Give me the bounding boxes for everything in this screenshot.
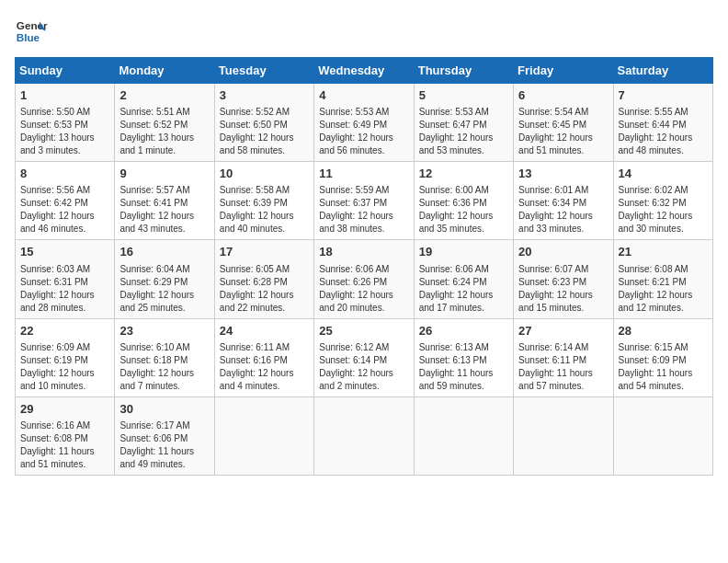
dow-header: Saturday xyxy=(613,58,712,84)
calendar-cell: 25Sunrise: 6:12 AMSunset: 6:14 PMDayligh… xyxy=(314,318,414,396)
dow-header: Monday xyxy=(115,58,214,84)
day-number: 6 xyxy=(518,87,608,104)
calendar-cell: 5Sunrise: 5:53 AMSunset: 6:47 PMDaylight… xyxy=(414,84,513,162)
page-header: General Blue xyxy=(15,15,713,48)
calendar-cell xyxy=(214,396,313,475)
day-number: 18 xyxy=(319,244,408,260)
calendar-cell: 18Sunrise: 6:06 AMSunset: 6:26 PMDayligh… xyxy=(314,240,414,318)
day-info: Sunrise: 6:16 AMSunset: 6:08 PMDaylight:… xyxy=(20,419,109,471)
calendar-cell: 15Sunrise: 6:03 AMSunset: 6:31 PMDayligh… xyxy=(16,240,115,318)
day-number: 17 xyxy=(220,244,309,260)
calendar-cell: 26Sunrise: 6:13 AMSunset: 6:13 PMDayligh… xyxy=(414,318,513,396)
day-number: 2 xyxy=(119,87,209,104)
day-info: Sunrise: 6:13 AMSunset: 6:13 PMDaylight:… xyxy=(419,341,508,393)
day-info: Sunrise: 6:15 AMSunset: 6:09 PMDaylight:… xyxy=(619,341,708,393)
dow-header: Wednesday xyxy=(314,58,414,84)
calendar-cell: 13Sunrise: 6:01 AMSunset: 6:34 PMDayligh… xyxy=(514,162,613,240)
calendar-cell: 30Sunrise: 6:17 AMSunset: 6:06 PMDayligh… xyxy=(115,396,214,475)
day-info: Sunrise: 6:06 AMSunset: 6:24 PMDaylight:… xyxy=(419,263,508,315)
day-number: 3 xyxy=(220,87,309,104)
dow-header: Tuesday xyxy=(214,58,313,84)
day-number: 24 xyxy=(220,323,309,339)
day-number: 16 xyxy=(119,244,209,260)
calendar-cell: 23Sunrise: 6:10 AMSunset: 6:18 PMDayligh… xyxy=(115,318,214,396)
calendar-cell: 2Sunrise: 5:51 AMSunset: 6:52 PMDaylight… xyxy=(115,84,214,162)
calendar-cell xyxy=(414,396,513,475)
day-info: Sunrise: 6:06 AMSunset: 6:26 PMDaylight:… xyxy=(319,263,408,315)
calendar-cell xyxy=(314,396,414,475)
calendar-week-row: 22Sunrise: 6:09 AMSunset: 6:19 PMDayligh… xyxy=(16,318,713,396)
svg-text:Blue: Blue xyxy=(17,31,40,43)
calendar-cell: 11Sunrise: 5:59 AMSunset: 6:37 PMDayligh… xyxy=(314,162,414,240)
day-info: Sunrise: 5:53 AMSunset: 6:49 PMDaylight:… xyxy=(319,106,408,157)
calendar-cell: 27Sunrise: 6:14 AMSunset: 6:11 PMDayligh… xyxy=(514,318,613,396)
day-number: 28 xyxy=(619,323,708,339)
day-number: 25 xyxy=(319,323,408,339)
day-info: Sunrise: 6:08 AMSunset: 6:21 PMDaylight:… xyxy=(619,263,708,315)
calendar-cell: 10Sunrise: 5:58 AMSunset: 6:39 PMDayligh… xyxy=(214,162,313,240)
day-info: Sunrise: 5:54 AMSunset: 6:45 PMDaylight:… xyxy=(518,106,608,157)
day-number: 8 xyxy=(20,166,109,182)
day-number: 4 xyxy=(319,87,408,104)
day-info: Sunrise: 5:51 AMSunset: 6:52 PMDaylight:… xyxy=(119,106,209,157)
day-info: Sunrise: 5:58 AMSunset: 6:39 PMDaylight:… xyxy=(220,184,309,236)
day-info: Sunrise: 6:10 AMSunset: 6:18 PMDaylight:… xyxy=(119,341,209,393)
calendar-cell: 7Sunrise: 5:55 AMSunset: 6:44 PMDaylight… xyxy=(613,84,712,162)
calendar-cell: 22Sunrise: 6:09 AMSunset: 6:19 PMDayligh… xyxy=(16,318,115,396)
day-info: Sunrise: 6:07 AMSunset: 6:23 PMDaylight:… xyxy=(518,263,608,315)
calendar-cell: 4Sunrise: 5:53 AMSunset: 6:49 PMDaylight… xyxy=(314,84,414,162)
calendar-cell xyxy=(613,396,712,475)
day-info: Sunrise: 6:14 AMSunset: 6:11 PMDaylight:… xyxy=(518,341,608,393)
calendar-cell: 14Sunrise: 6:02 AMSunset: 6:32 PMDayligh… xyxy=(613,162,712,240)
calendar-cell: 16Sunrise: 6:04 AMSunset: 6:29 PMDayligh… xyxy=(115,240,214,318)
day-info: Sunrise: 5:50 AMSunset: 6:53 PMDaylight:… xyxy=(20,106,109,157)
calendar-cell: 12Sunrise: 6:00 AMSunset: 6:36 PMDayligh… xyxy=(414,162,513,240)
calendar-cell: 19Sunrise: 6:06 AMSunset: 6:24 PMDayligh… xyxy=(414,240,513,318)
calendar-body: 1Sunrise: 5:50 AMSunset: 6:53 PMDaylight… xyxy=(16,84,713,476)
day-info: Sunrise: 6:03 AMSunset: 6:31 PMDaylight:… xyxy=(20,263,109,315)
day-number: 15 xyxy=(20,244,109,260)
day-number: 30 xyxy=(119,401,209,418)
calendar-cell: 24Sunrise: 6:11 AMSunset: 6:16 PMDayligh… xyxy=(214,318,313,396)
days-of-week-row: SundayMondayTuesdayWednesdayThursdayFrid… xyxy=(16,58,713,84)
day-info: Sunrise: 5:53 AMSunset: 6:47 PMDaylight:… xyxy=(419,106,508,157)
day-info: Sunrise: 5:55 AMSunset: 6:44 PMDaylight:… xyxy=(619,106,708,157)
day-number: 27 xyxy=(518,323,608,339)
day-number: 11 xyxy=(319,166,408,182)
day-info: Sunrise: 5:52 AMSunset: 6:50 PMDaylight:… xyxy=(220,106,309,157)
day-number: 12 xyxy=(419,166,508,182)
day-number: 29 xyxy=(20,401,109,418)
day-info: Sunrise: 5:56 AMSunset: 6:42 PMDaylight:… xyxy=(20,184,109,236)
day-number: 19 xyxy=(419,244,508,260)
logo: General Blue xyxy=(15,15,48,48)
day-info: Sunrise: 6:11 AMSunset: 6:16 PMDaylight:… xyxy=(220,341,309,393)
dow-header: Sunday xyxy=(16,58,115,84)
day-info: Sunrise: 6:05 AMSunset: 6:28 PMDaylight:… xyxy=(220,263,309,315)
calendar-table: SundayMondayTuesdayWednesdayThursdayFrid… xyxy=(15,57,713,476)
calendar-cell: 9Sunrise: 5:57 AMSunset: 6:41 PMDaylight… xyxy=(115,162,214,240)
calendar-cell: 6Sunrise: 5:54 AMSunset: 6:45 PMDaylight… xyxy=(514,84,613,162)
day-info: Sunrise: 6:00 AMSunset: 6:36 PMDaylight:… xyxy=(419,184,508,236)
calendar-week-row: 29Sunrise: 6:16 AMSunset: 6:08 PMDayligh… xyxy=(16,396,713,475)
day-number: 5 xyxy=(419,87,508,104)
day-info: Sunrise: 5:59 AMSunset: 6:37 PMDaylight:… xyxy=(319,184,408,236)
day-info: Sunrise: 6:09 AMSunset: 6:19 PMDaylight:… xyxy=(20,341,109,393)
calendar-cell: 3Sunrise: 5:52 AMSunset: 6:50 PMDaylight… xyxy=(214,84,313,162)
calendar-cell: 29Sunrise: 6:16 AMSunset: 6:08 PMDayligh… xyxy=(16,396,115,475)
calendar-cell: 1Sunrise: 5:50 AMSunset: 6:53 PMDaylight… xyxy=(16,84,115,162)
day-number: 23 xyxy=(119,323,209,339)
day-number: 14 xyxy=(619,166,708,182)
calendar-cell: 28Sunrise: 6:15 AMSunset: 6:09 PMDayligh… xyxy=(613,318,712,396)
day-number: 26 xyxy=(419,323,508,339)
calendar-cell: 8Sunrise: 5:56 AMSunset: 6:42 PMDaylight… xyxy=(16,162,115,240)
calendar-week-row: 8Sunrise: 5:56 AMSunset: 6:42 PMDaylight… xyxy=(16,162,713,240)
day-number: 10 xyxy=(220,166,309,182)
calendar-cell: 21Sunrise: 6:08 AMSunset: 6:21 PMDayligh… xyxy=(613,240,712,318)
calendar-week-row: 1Sunrise: 5:50 AMSunset: 6:53 PMDaylight… xyxy=(16,84,713,162)
dow-header: Thursday xyxy=(414,58,513,84)
calendar-cell: 17Sunrise: 6:05 AMSunset: 6:28 PMDayligh… xyxy=(214,240,313,318)
day-info: Sunrise: 6:12 AMSunset: 6:14 PMDaylight:… xyxy=(319,341,408,393)
day-number: 9 xyxy=(119,166,209,182)
day-number: 20 xyxy=(518,244,608,260)
day-info: Sunrise: 6:02 AMSunset: 6:32 PMDaylight:… xyxy=(619,184,708,236)
